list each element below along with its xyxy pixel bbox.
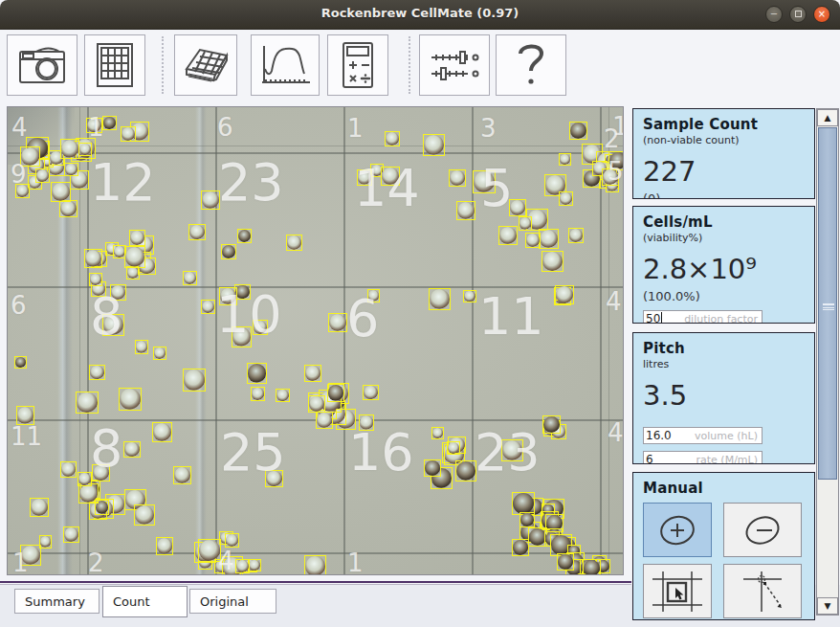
cell-detection-box	[456, 201, 475, 220]
cell-detection-box	[183, 271, 197, 285]
cell-detection-box	[134, 504, 155, 526]
titlebar: Rockenbrew CellMate (0.97) − ×	[0, 0, 840, 30]
curve-plot-icon	[258, 42, 312, 88]
cell-detection-box	[86, 118, 101, 133]
remove-cell-button[interactable]	[723, 503, 802, 557]
select-region-button[interactable]	[643, 564, 712, 618]
cell-detection-box	[20, 545, 41, 566]
app-window: Rockenbrew CellMate (0.97) − ×	[0, 0, 840, 627]
cell-detection-box	[304, 365, 321, 382]
cell-detection-box	[78, 143, 92, 156]
measure-distance-button[interactable]	[723, 564, 802, 618]
cell-detection-box	[251, 387, 264, 400]
cell-detection-box	[327, 384, 344, 401]
input-value: 50	[646, 312, 662, 324]
add-cell-button[interactable]	[643, 503, 712, 557]
cell-detection-box	[76, 392, 98, 414]
cell-detection-box	[14, 356, 28, 369]
toolbar	[0, 34, 840, 96]
cell-detection-box	[557, 553, 574, 571]
cell-detection-box	[30, 498, 49, 517]
tab-label: Count	[113, 594, 150, 609]
cell-detection-box	[232, 326, 253, 347]
cell-detection-box	[463, 290, 475, 302]
grid-count-label: 4	[606, 289, 622, 314]
maximize-button[interactable]	[789, 6, 807, 23]
grid-count-label: 16	[348, 427, 414, 479]
cell-detection-box	[156, 537, 173, 554]
cell-detection-box	[135, 340, 148, 353]
cell-detection-box	[304, 555, 325, 575]
cell-detection-box	[60, 139, 79, 158]
maximize-icon	[795, 11, 802, 17]
minimize-button[interactable]: −	[765, 6, 783, 23]
cell-detection-box	[498, 226, 518, 245]
cell-detection-box	[455, 460, 476, 481]
scroll-down-button[interactable]: ▼	[817, 597, 838, 615]
cell-detection-box	[525, 233, 542, 249]
cell-detection-box	[509, 199, 527, 217]
cell-detection-box	[173, 466, 191, 484]
panel-title: Sample Count	[643, 116, 805, 133]
cell-detection-box	[123, 441, 140, 458]
rate-input[interactable]: 6 rate (M/mL)	[643, 451, 763, 464]
close-button[interactable]: ×	[813, 6, 830, 23]
scrollbar-thumb[interactable]	[818, 127, 837, 480]
cell-detection-box	[59, 200, 77, 217]
grid-line-horizontal	[8, 146, 623, 146]
cell-detection-box	[539, 229, 559, 249]
cell-detection-box	[51, 182, 71, 202]
grid-line-vertical	[343, 107, 345, 574]
cell-detection-box	[221, 244, 236, 259]
cell-detection-box	[253, 320, 268, 335]
cell-detection-box	[385, 131, 400, 146]
response-curve-button[interactable]	[251, 34, 320, 96]
sidebar-scrollbar[interactable]: ▲ ▼	[816, 108, 839, 616]
count-image-canvas[interactable]: 12231458106118251623416131295641141241	[7, 106, 624, 575]
cell-detection-box	[16, 406, 34, 424]
capture-button[interactable]	[7, 34, 77, 96]
grid-overlay-button[interactable]	[84, 34, 145, 96]
measure-distance-icon	[736, 570, 789, 614]
cell-detection-box	[60, 461, 77, 479]
cell-detection-box	[569, 122, 587, 140]
grid-count-label: 4	[608, 420, 624, 445]
camera-icon	[17, 43, 67, 87]
hemocytometer-button[interactable]	[174, 34, 237, 96]
cell-detection-box	[429, 288, 451, 310]
tab-label: Summary	[25, 594, 85, 609]
arrow-up-icon: ▲	[825, 113, 831, 123]
grid-count-label: 1	[612, 114, 624, 139]
cell-detection-box	[102, 116, 116, 129]
cell-detection-box	[84, 249, 102, 267]
tab-summary[interactable]: Summary	[14, 589, 99, 614]
cell-detection-box	[225, 533, 239, 548]
input-placeholder: rate (M/mL)	[696, 454, 758, 464]
notebook-border-inner	[0, 584, 631, 585]
cell-detection-box	[265, 470, 282, 487]
cell-detection-box	[559, 153, 571, 166]
cells-per-ml-panel: Cells/mL (viability%) 2.8×10⁹ (100.0%) 5…	[632, 206, 815, 324]
grid-count-label: 11	[11, 424, 42, 449]
sliders-icon	[428, 44, 481, 86]
window-controls: − ×	[765, 6, 830, 23]
tab-count[interactable]: Count	[102, 586, 188, 617]
cell-detection-box	[110, 284, 126, 301]
minimize-icon: −	[770, 9, 778, 19]
cell-detection-box	[119, 388, 142, 411]
cell-detection-box	[201, 190, 220, 210]
dilution-factor-input[interactable]: 50 dilution factor	[643, 310, 763, 324]
hemocytometer-book-icon	[181, 44, 231, 86]
volume-input[interactable]: 16.0 volume (hL)	[643, 427, 763, 444]
grid-count-label: 11	[478, 291, 544, 343]
grid-count-label: 6	[11, 293, 27, 318]
cell-detection-box	[559, 191, 573, 206]
tab-original[interactable]: Original	[189, 589, 276, 614]
scroll-up-button[interactable]: ▲	[817, 109, 838, 126]
cell-detection-box	[568, 228, 584, 243]
settings-button[interactable]	[419, 34, 490, 96]
calculator-button[interactable]	[327, 34, 388, 96]
cell-detection-box	[39, 535, 52, 548]
help-button[interactable]	[496, 34, 566, 96]
input-value: 16.0	[646, 429, 672, 442]
